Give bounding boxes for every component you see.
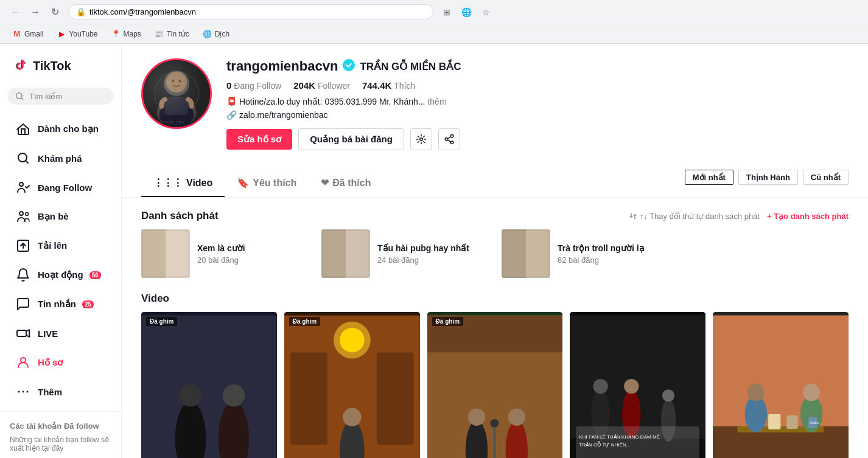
- search-placeholder: Tìm kiếm: [29, 92, 62, 101]
- profile-info-row: trần gỗ miền bắc trangomienbacvn: [141, 58, 849, 150]
- playlist-card-2[interactable]: Tấu hài pubg hay nhất 24 bài đăng: [321, 229, 492, 278]
- video-thumb-inner-2: Đã ghim: [284, 312, 420, 458]
- promote-button[interactable]: Quảng bá bài đăng: [298, 128, 404, 150]
- back-button[interactable]: ←: [7, 4, 24, 21]
- svg-point-89: [625, 379, 639, 394]
- svg-point-8: [21, 358, 26, 363]
- tab-liked[interactable]: ❤ Đã thích: [309, 170, 383, 197]
- address-bar[interactable]: 🔒: [68, 4, 433, 19]
- sidebar-item-live[interactable]: LIVE: [5, 319, 116, 348]
- bookmark-button[interactable]: ☆: [477, 4, 494, 21]
- sidebar-nav: Dành cho bạn Khám phá Đang Follow Bạn bè: [0, 109, 121, 411]
- nav-friends-label: Bạn bè: [38, 211, 69, 222]
- messages-badge: 25: [82, 300, 94, 308]
- profile-avatar-container: trần gỗ miền bắc: [141, 58, 212, 129]
- playlist-count-3: 62 bài đăng: [558, 255, 672, 265]
- tab-video[interactable]: ⋮⋮⋮ Video: [141, 170, 225, 197]
- svg-point-17: [159, 102, 194, 127]
- accounts-desc: Những tài khoản bạn follow sẽ xuất hiện …: [10, 435, 111, 453]
- tiktok-logo-svg: [10, 56, 29, 75]
- search-box[interactable]: Tìm kiếm: [7, 88, 114, 105]
- tab-favorites-label: Yêu thích: [253, 178, 296, 189]
- sidebar-item-explore[interactable]: Khám phá: [5, 144, 116, 173]
- svg-rect-104: [713, 316, 849, 426]
- sidebar: TikTok Tìm kiếm Dành cho bạn: [0, 44, 122, 458]
- svg-point-24: [450, 135, 453, 138]
- sidebar-item-activity[interactable]: Hoạt động 56: [5, 260, 116, 290]
- svg-rect-34: [502, 229, 526, 278]
- svg-point-54: [340, 328, 365, 353]
- profile-link[interactable]: 🔗 zalo.me/trangomienbac: [226, 110, 849, 120]
- sidebar-search[interactable]: Tìm kiếm: [0, 83, 121, 109]
- tabs-row: ⋮⋮⋮ Video 🔖 Yêu thích ❤ Đã thích Mới nhấ…: [141, 162, 849, 197]
- sort-oldest-button[interactable]: Cũ nhất: [803, 170, 849, 185]
- stat-likes-number: 744.4K: [362, 80, 391, 91]
- tiktok-logo[interactable]: TikTok: [10, 56, 71, 75]
- create-playlist-button[interactable]: + Tạo danh sách phát: [767, 212, 849, 221]
- video-card-1[interactable]: Đã ghim: [141, 312, 277, 458]
- tab-favorites[interactable]: 🔖 Yêu thích: [225, 170, 309, 197]
- link-icon: 🔗: [226, 110, 237, 120]
- app-container: TikTok Tìm kiếm Dành cho bạn: [0, 44, 868, 458]
- playlist-card-1[interactable]: Xem là cười 20 bài đăng: [141, 229, 312, 278]
- svg-point-13: [164, 71, 189, 96]
- sidebar-item-following[interactable]: Đang Follow: [5, 173, 116, 202]
- bookmark-maps[interactable]: 📍 Maps: [107, 28, 146, 40]
- share-button[interactable]: [438, 128, 460, 150]
- following-icon: [15, 179, 32, 196]
- pinned-badge-2: Đã ghim: [289, 317, 320, 326]
- bookmark-news[interactable]: 📰 Tin tức: [150, 28, 194, 40]
- profile-display-name: TRẦN GỖ MIỀN BẮC: [360, 60, 461, 73]
- stat-likes-label: Thích: [394, 81, 415, 91]
- profile-icon: [15, 354, 32, 371]
- svg-point-11: [27, 391, 29, 393]
- playlist-count-1: 20 bài đăng: [197, 255, 312, 265]
- url-input[interactable]: [89, 7, 425, 16]
- playlist-card-3[interactable]: Trà trộn troll người lạ 62 bài đăng: [502, 229, 672, 278]
- sidebar-item-more[interactable]: Thêm: [5, 377, 116, 406]
- nav-for-you-label: Dành cho bạn: [38, 123, 99, 134]
- playlist-row: Xem là cười 20 bài đăng Tấu hài pu: [141, 229, 849, 278]
- edit-profile-button[interactable]: Sửa hồ sơ: [226, 129, 292, 150]
- sidebar-item-for-you[interactable]: Dành cho bạn: [5, 114, 116, 144]
- settings-icon: [416, 134, 427, 145]
- svg-point-41: [223, 384, 245, 406]
- main-content: trần gỗ miền bắc trangomienbacvn: [122, 44, 868, 458]
- svg-point-26: [450, 141, 453, 144]
- bookmark-gmail[interactable]: M Gmail: [7, 28, 48, 40]
- forward-button[interactable]: →: [27, 4, 44, 21]
- svg-point-4: [19, 212, 23, 215]
- svg-point-14: [157, 97, 196, 127]
- pinned-label-2: Đã ghim: [293, 318, 317, 325]
- video-card-2[interactable]: Đã ghim: [284, 312, 420, 458]
- change-order-button[interactable]: ↑↓ Thay đổi thứ tự danh sách phát: [629, 212, 760, 221]
- sidebar-item-friends[interactable]: Bạn bè: [5, 202, 116, 231]
- svg-point-3: [19, 182, 23, 186]
- bookmark-translate[interactable]: 🌐 Dịch: [198, 28, 234, 40]
- translate-button[interactable]: 🌐: [458, 4, 475, 21]
- sidebar-item-upload[interactable]: Tải lên: [5, 231, 116, 260]
- video-card-5[interactable]: Solite Trần gỗ miền bắc: [713, 312, 849, 458]
- svg-rect-7: [17, 330, 26, 336]
- bio-more[interactable]: thêm: [427, 97, 446, 106]
- video-card-3[interactable]: Đã ghim: [427, 312, 563, 458]
- settings-button[interactable]: [410, 128, 432, 150]
- sort-trending-button[interactable]: Thịnh Hành: [738, 170, 798, 185]
- profile-actions: Sửa hồ sơ Quảng bá bài đăng: [226, 128, 849, 150]
- nav-live-label: LIVE: [38, 328, 58, 339]
- sidebar-logo[interactable]: TikTok: [0, 49, 121, 83]
- svg-point-110: [747, 384, 765, 401]
- sidebar-item-messages[interactable]: Tin nhắn 25: [5, 290, 116, 319]
- refresh-button[interactable]: ↻: [46, 4, 63, 21]
- tiktok-logo-text: TikTok: [33, 59, 71, 73]
- sort-newest-button[interactable]: Mới nhất: [685, 170, 733, 185]
- svg-rect-31: [321, 229, 346, 278]
- nav-profile-label: Hồ sơ: [38, 357, 63, 368]
- extensions-button[interactable]: ⊞: [438, 4, 455, 21]
- explore-icon: [15, 150, 32, 167]
- activity-icon: [15, 266, 32, 283]
- bookmark-youtube[interactable]: ▶ YouTube: [52, 28, 102, 40]
- video-card-4[interactable]: KHI FAN LÊ TUẤN KHANG ĐAM MÊ TRẦN GỖ TỰ …: [570, 312, 705, 458]
- playlist-section-title: Danh sách phát: [141, 210, 219, 222]
- sidebar-item-profile[interactable]: Hồ sơ: [5, 348, 116, 377]
